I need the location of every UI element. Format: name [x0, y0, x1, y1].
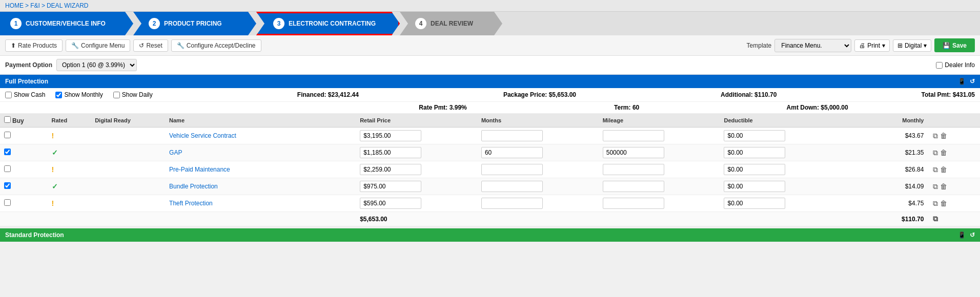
- breadcrumb-sep2: >: [42, 2, 45, 9]
- deductible-input-4[interactable]: [724, 198, 785, 209]
- mobile-icon[interactable]: 📱: [958, 78, 966, 85]
- buy-checkbox-4[interactable]: [4, 199, 11, 206]
- wizard-step-3[interactable]: 3 ELECTRONIC CONTRACTING: [256, 12, 400, 35]
- months-input-0[interactable]: [481, 130, 543, 141]
- deductible-input-2[interactable]: [724, 164, 785, 175]
- full-protection-header: Full Protection 📱 ↺: [0, 75, 980, 88]
- step-label-4: DEAL REVIEW: [431, 20, 473, 27]
- retail-price-cell-1: [356, 144, 477, 161]
- months-input-1[interactable]: [481, 147, 543, 158]
- retail-price-input-4[interactable]: [360, 198, 421, 209]
- check-icon: ✓: [52, 148, 58, 157]
- retail-price-cell-4: [356, 195, 477, 212]
- product-link-4[interactable]: Theft Protection: [169, 200, 213, 207]
- toolbar: ⬆ Rate Products 🔧 Configure Menu ↺ Reset…: [0, 35, 980, 56]
- configure-accept-button[interactable]: 🔧 Configure Accept/Decline: [171, 39, 261, 52]
- package-price-label: Package Price: $5,653.00: [503, 91, 576, 98]
- standard-refresh-icon[interactable]: ↺: [970, 231, 975, 239]
- buy-checkbox-1[interactable]: [4, 148, 11, 155]
- deductible-input-1[interactable]: [724, 147, 785, 158]
- save-button[interactable]: 💾 Save: [934, 38, 975, 52]
- rated-cell-1: ✓: [48, 144, 91, 161]
- months-input-3[interactable]: [481, 181, 543, 192]
- warn-icon: !: [52, 132, 54, 140]
- rate-products-button[interactable]: ⬆ Rate Products: [5, 39, 63, 52]
- additional-label: Additional: $110.70: [721, 91, 777, 98]
- col-buy: Buy: [0, 114, 48, 128]
- delete-icon-1[interactable]: 🗑: [940, 148, 947, 157]
- deductible-input-0[interactable]: [724, 130, 785, 141]
- product-link-2[interactable]: Pre-Paid Maintenance: [169, 166, 230, 173]
- show-daily-item: Show Daily: [113, 91, 153, 98]
- copy-icon-4[interactable]: ⧉: [933, 199, 938, 207]
- configure-menu-button[interactable]: 🔧 Configure Menu: [66, 39, 130, 52]
- retail-price-input-3[interactable]: [360, 181, 421, 192]
- mileage-cell-1: [599, 144, 720, 161]
- product-link-3[interactable]: Bundle Protection: [169, 183, 218, 190]
- deductible-input-3[interactable]: [724, 181, 785, 192]
- delete-icon-3[interactable]: 🗑: [940, 182, 947, 190]
- retail-price-input-1[interactable]: [360, 147, 421, 158]
- deductible-cell-2: [720, 161, 841, 178]
- print-button[interactable]: 🖨 Print ▾: [854, 39, 890, 52]
- digital-icon: ⊞: [897, 42, 903, 49]
- buy-all-checkbox[interactable]: [4, 116, 11, 123]
- breadcrumb-fi[interactable]: F&I: [30, 2, 40, 9]
- product-link-1[interactable]: GAP: [169, 149, 182, 156]
- copy-icon-3[interactable]: ⧉: [933, 182, 938, 190]
- table-row: !Pre-Paid Maintenance$26.84⧉🗑: [0, 161, 980, 178]
- retail-price-input-0[interactable]: [360, 130, 421, 141]
- mileage-input-0[interactable]: [603, 130, 664, 141]
- retail-price-input-2[interactable]: [360, 164, 421, 175]
- standard-mobile-icon[interactable]: 📱: [958, 231, 966, 239]
- actions-cell-1: ⧉🗑: [928, 144, 980, 161]
- wizard-step-4[interactable]: 4 DEAL REVIEW: [400, 12, 502, 35]
- mileage-input-1[interactable]: [603, 147, 664, 158]
- step-num-2: 2: [149, 18, 160, 29]
- warn-icon: !: [52, 199, 54, 207]
- reset-button[interactable]: ↺ Reset: [133, 39, 168, 52]
- product-link-0[interactable]: Vehicle Service Contract: [169, 132, 236, 139]
- amt-down-value: $5,000.00: [821, 104, 848, 111]
- mileage-input-4[interactable]: [603, 198, 664, 209]
- buy-checkbox-2[interactable]: [4, 165, 11, 172]
- digital-ready-cell-4: [91, 195, 165, 212]
- total-copy-icon[interactable]: ⧉: [933, 215, 938, 223]
- col-monthly: Monthly: [841, 114, 928, 128]
- monthly-cell-4: $4.75: [841, 195, 928, 212]
- show-cash-checkbox[interactable]: [5, 92, 12, 98]
- buy-checkbox-0[interactable]: [4, 132, 11, 138]
- step-num-1: 1: [10, 18, 22, 29]
- buy-checkbox-3[interactable]: [4, 182, 11, 189]
- copy-icon-1[interactable]: ⧉: [933, 148, 938, 157]
- total-pmt-label: Total Pmt: $431.05: [922, 91, 975, 98]
- months-input-4[interactable]: [481, 198, 543, 209]
- payment-option-select[interactable]: Option 1 (60 @ 3.99%): [56, 59, 137, 71]
- wizard-step-1[interactable]: 1 CUSTOMER/VEHICLE INFO: [0, 12, 133, 35]
- col-actions: [928, 114, 980, 128]
- wizard-step-2[interactable]: 2 PRODUCT PRICING: [133, 12, 256, 35]
- mileage-cell-0: [599, 128, 720, 144]
- copy-icon-2[interactable]: ⧉: [933, 165, 938, 174]
- additional-value: $110.70: [754, 91, 777, 98]
- show-options-row: Show Cash Show Monthly Show Daily Financ…: [0, 88, 980, 102]
- dealer-info-checkbox[interactable]: [936, 62, 943, 69]
- breadcrumb-home[interactable]: HOME: [5, 2, 24, 9]
- months-input-2[interactable]: [481, 164, 543, 175]
- delete-icon-4[interactable]: 🗑: [940, 199, 947, 207]
- digital-button[interactable]: ⊞ Digital ▾: [893, 39, 931, 52]
- mileage-input-3[interactable]: [603, 181, 664, 192]
- product-name-cell-1: GAP: [165, 144, 356, 161]
- show-daily-checkbox[interactable]: [113, 92, 120, 98]
- copy-icon-0[interactable]: ⧉: [933, 132, 938, 140]
- mileage-cell-4: [599, 195, 720, 212]
- delete-icon-0[interactable]: 🗑: [940, 132, 947, 140]
- package-price-value: $5,653.00: [549, 91, 576, 98]
- term-value: 60: [632, 104, 639, 111]
- financed-label: Financed: $23,412.44: [297, 91, 359, 98]
- refresh-icon[interactable]: ↺: [970, 78, 975, 85]
- show-monthly-checkbox[interactable]: [55, 92, 62, 98]
- template-select[interactable]: Finance Menu.: [774, 39, 851, 52]
- delete-icon-2[interactable]: 🗑: [940, 165, 947, 174]
- mileage-input-2[interactable]: [603, 164, 664, 175]
